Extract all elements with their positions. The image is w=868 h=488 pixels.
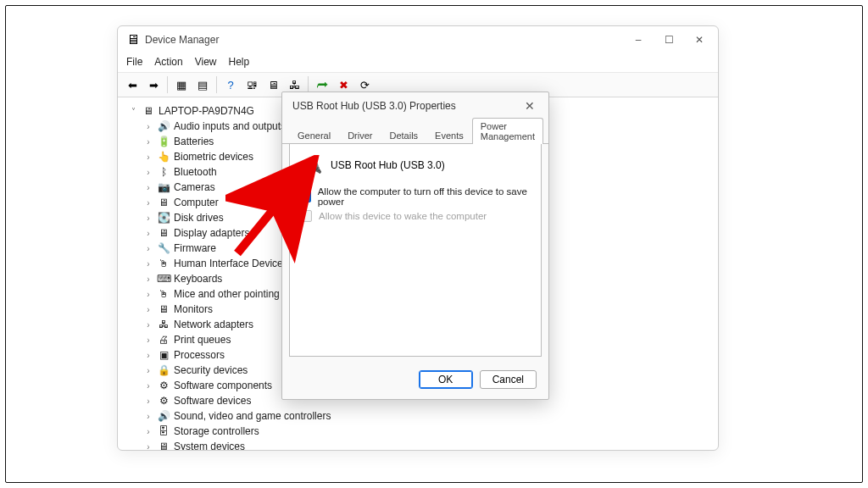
- category-label: Firmware: [174, 242, 216, 254]
- chevron-right-icon[interactable]: ›: [143, 290, 153, 299]
- menu-view[interactable]: View: [195, 56, 217, 68]
- device-name: USB Root Hub (USB 3.0): [331, 159, 445, 171]
- devices-button[interactable]: 🖳: [242, 75, 261, 94]
- tab-events[interactable]: Events: [426, 127, 472, 143]
- category-icon: 🖧: [157, 318, 170, 331]
- chevron-right-icon[interactable]: ›: [143, 442, 153, 451]
- category-label: Print queues: [174, 334, 231, 346]
- close-button[interactable]: ✕: [684, 28, 715, 52]
- category-label: Human Interface Devices: [174, 258, 288, 269]
- chevron-right-icon[interactable]: ›: [143, 214, 153, 223]
- separator: [216, 76, 217, 93]
- tree-category[interactable]: › 🗄 Storage controllers: [142, 424, 713, 439]
- menu-help[interactable]: Help: [229, 56, 250, 68]
- dialog-close-button[interactable]: ✕: [518, 97, 542, 114]
- chevron-right-icon[interactable]: ›: [143, 168, 153, 177]
- power-management-panel: 🔌 USB Root Hub (USB 3.0) ✓ Allow the com…: [289, 144, 542, 357]
- category-label: Disk drives: [174, 212, 224, 224]
- scan-button[interactable]: 🖥: [264, 75, 282, 94]
- category-icon: 🔊: [157, 119, 170, 133]
- chevron-right-icon[interactable]: ›: [143, 320, 153, 330]
- chevron-right-icon[interactable]: ›: [143, 336, 153, 345]
- forward-button[interactable]: ➡: [144, 75, 163, 94]
- category-label: Storage controllers: [174, 425, 259, 437]
- minimize-button[interactable]: –: [623, 28, 654, 52]
- category-label: Network adapters: [174, 319, 253, 330]
- category-label: Display adapters: [174, 227, 249, 239]
- chevron-right-icon[interactable]: ›: [143, 351, 153, 360]
- computer-icon: 🖥: [142, 104, 155, 118]
- chevron-right-icon[interactable]: ›: [143, 381, 153, 391]
- dialog-buttons: OK Cancel: [282, 363, 548, 399]
- chevron-right-icon[interactable]: ›: [143, 152, 153, 162]
- category-label: Batteries: [174, 136, 214, 147]
- category-icon: 📷: [157, 180, 170, 194]
- tab-details[interactable]: Details: [381, 127, 426, 143]
- category-icon: 🖨: [157, 333, 170, 347]
- root-label: LAPTOP-PA9D7N4G: [159, 105, 254, 117]
- device-header: 🔌 USB Root Hub (USB 3.0): [300, 152, 531, 185]
- category-icon: ᛒ: [157, 165, 170, 179]
- app-icon: 🖥: [126, 32, 140, 47]
- category-icon: ⚙: [157, 379, 170, 392]
- category-label: Software devices: [174, 395, 251, 407]
- separator: [308, 76, 309, 93]
- chevron-right-icon[interactable]: ›: [143, 412, 153, 421]
- dialog-titlebar: USB Root Hub (USB 3.0) Properties ✕: [282, 92, 548, 118]
- menu-file[interactable]: File: [126, 56, 142, 68]
- chevron-right-icon[interactable]: ›: [143, 427, 153, 436]
- properties-dialog: USB Root Hub (USB 3.0) Properties ✕ Gene…: [281, 92, 549, 400]
- chevron-right-icon[interactable]: ›: [143, 274, 153, 284]
- tab-general[interactable]: General: [289, 127, 339, 143]
- ok-button[interactable]: OK: [419, 370, 473, 389]
- category-label: Sound, video and game controllers: [174, 410, 331, 422]
- back-button[interactable]: ⬅: [123, 75, 142, 94]
- chevron-down-icon[interactable]: ˅: [128, 107, 138, 116]
- help-button[interactable]: ?: [221, 75, 240, 94]
- dialog-title: USB Root Hub (USB 3.0) Properties: [292, 100, 456, 112]
- category-icon: 💽: [157, 211, 170, 225]
- category-icon: 🗄: [157, 424, 170, 438]
- chevron-right-icon[interactable]: ›: [143, 259, 153, 269]
- category-icon: 🖥: [157, 302, 170, 316]
- category-icon: 🔒: [157, 363, 170, 377]
- maximize-button[interactable]: ☐: [654, 28, 684, 52]
- option-allow-wake: Allow this device to wake the computer: [300, 208, 531, 224]
- category-label: Software components: [174, 380, 272, 391]
- category-icon: 🖥: [157, 196, 170, 209]
- properties-button[interactable]: ▤: [193, 75, 212, 94]
- category-icon: 🔧: [157, 241, 170, 255]
- chevron-right-icon[interactable]: ›: [143, 229, 153, 238]
- window-title: Device Manager: [145, 34, 219, 46]
- option-allow-wake-label: Allow this device to wake the computer: [319, 211, 487, 221]
- tab-power-management[interactable]: Power Management: [472, 118, 543, 144]
- tree-category[interactable]: › 🖥 System devices: [142, 439, 713, 450]
- category-icon: 👆: [157, 150, 170, 164]
- category-icon: 🔋: [157, 135, 170, 148]
- checkbox-allow-wake: [300, 210, 312, 222]
- menubar: File Action View Help: [118, 53, 718, 73]
- category-label: System devices: [174, 441, 245, 450]
- chevron-right-icon[interactable]: ›: [143, 198, 153, 208]
- chevron-right-icon[interactable]: ›: [143, 305, 153, 314]
- checkbox-allow-turn-off[interactable]: ✓: [300, 191, 311, 202]
- option-allow-turn-off[interactable]: ✓ Allow the computer to turn off this de…: [300, 185, 531, 208]
- chevron-right-icon[interactable]: ›: [143, 396, 153, 406]
- chevron-right-icon[interactable]: ›: [143, 122, 153, 131]
- cancel-button[interactable]: Cancel: [480, 370, 537, 389]
- tabs: GeneralDriverDetailsEventsPower Manageme…: [282, 118, 548, 144]
- tab-driver[interactable]: Driver: [339, 127, 381, 143]
- menu-action[interactable]: Action: [154, 56, 182, 68]
- category-icon: ⚙: [157, 394, 170, 408]
- tree-category[interactable]: › 🔊 Sound, video and game controllers: [142, 408, 713, 424]
- chevron-right-icon[interactable]: ›: [143, 244, 153, 253]
- chevron-right-icon[interactable]: ›: [143, 137, 153, 147]
- category-label: Audio inputs and outputs: [174, 120, 286, 132]
- show-hidden-button[interactable]: ▦: [172, 75, 191, 94]
- category-icon: 🖥: [157, 226, 170, 240]
- category-label: Security devices: [174, 364, 248, 376]
- category-label: Bluetooth: [174, 166, 217, 178]
- chevron-right-icon[interactable]: ›: [143, 183, 153, 192]
- category-label: Monitors: [174, 303, 213, 315]
- chevron-right-icon[interactable]: ›: [143, 366, 153, 375]
